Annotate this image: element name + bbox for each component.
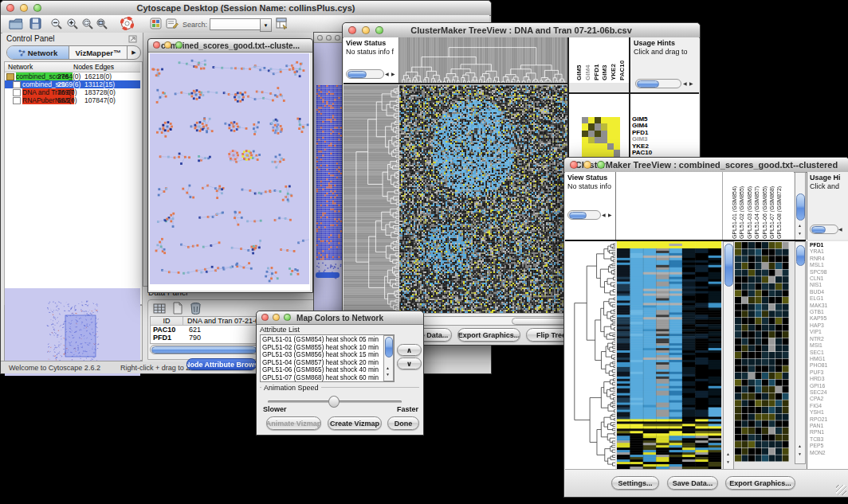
matrix-cell[interactable] <box>607 123 614 130</box>
matrix-cell[interactable] <box>595 123 601 130</box>
gene-label[interactable]: TCB3 <box>810 436 848 443</box>
gene-label[interactable]: HAP3 <box>810 322 848 329</box>
tv2-zoom-scrollbar[interactable]: ▲ ▼ <box>795 241 806 464</box>
matrix-cell[interactable] <box>595 131 601 137</box>
matrix-cell[interactable] <box>607 117 614 123</box>
gene-label[interactable]: PFD1 <box>810 242 848 248</box>
tv2-status-scrollbar[interactable] <box>567 210 601 220</box>
zoom-button[interactable] <box>284 314 291 321</box>
open-folder-icon[interactable] <box>9 18 23 29</box>
matrix-cell[interactable] <box>588 117 595 123</box>
tv1-summary-matrix[interactable] <box>582 117 620 157</box>
gene-label[interactable]: NTR2 <box>810 336 848 342</box>
gene-label[interactable]: RNR4 <box>810 256 848 262</box>
zoom-button[interactable] <box>335 35 340 41</box>
tab-vizmapper[interactable]: VizMapper™ <box>69 46 127 59</box>
attribute-list-item[interactable]: GPL51-06 (GSM865) heat shock 40 min <box>262 366 392 374</box>
zoom-button[interactable] <box>375 26 383 34</box>
close-button[interactable] <box>317 35 323 41</box>
tv1-hscrollbar[interactable] <box>399 316 570 326</box>
matrix-cell[interactable] <box>601 123 607 130</box>
gene-label[interactable]: VIP1 <box>810 329 848 335</box>
gene-label[interactable]: YRA1 <box>810 248 848 255</box>
matrix-cell[interactable] <box>588 143 595 150</box>
column-header[interactable]: Nodes <box>73 63 93 71</box>
tv2-hints-scrollbar[interactable] <box>810 225 838 234</box>
matrix-cell[interactable] <box>614 150 620 156</box>
matrix-cell[interactable] <box>595 150 601 156</box>
close-button[interactable] <box>348 26 356 34</box>
annotation-icon[interactable] <box>166 18 179 29</box>
gene-label[interactable]: FIG4 <box>810 403 848 409</box>
tv2-zoom-heatmap[interactable] <box>735 242 789 462</box>
scroll-left-icon[interactable]: ◀ <box>385 71 389 77</box>
gene-label[interactable]: HMG1 <box>810 356 848 362</box>
minimize-button[interactable] <box>164 41 171 49</box>
gene-label[interactable]: ELG1 <box>810 295 848 302</box>
close-button[interactable] <box>153 41 160 49</box>
minimize-button[interactable] <box>326 35 332 41</box>
table-mode-icon[interactable] <box>153 303 167 315</box>
matrix-cell[interactable] <box>614 137 620 143</box>
matrix-cell[interactable] <box>601 131 607 137</box>
help-lifesaver-icon[interactable] <box>120 17 134 30</box>
matrix-cell[interactable] <box>601 150 607 156</box>
scroll-right-icon[interactable]: ▶ <box>689 80 693 87</box>
matrix-cell[interactable] <box>601 117 607 123</box>
column-header[interactable]: Network <box>8 63 33 71</box>
matrix-cell[interactable] <box>614 143 620 150</box>
attribute-list-item[interactable]: GPL51-03 (GSM856) heat shock 15 min <box>262 351 392 359</box>
matrix-cell[interactable] <box>582 117 588 123</box>
matrix-cell[interactable] <box>614 117 620 123</box>
network-table-row[interactable]: DNA and Tran 07769(0)183728(0) <box>5 88 140 96</box>
search-input[interactable] <box>210 18 261 30</box>
gene-label[interactable]: GTB1 <box>810 309 848 315</box>
tv2-gene-list[interactable]: PFD1YRA1RNR4MSL1SPC98CLN1NIS1BUD4ELG1MAK… <box>807 241 848 469</box>
node-attribute-browser-tab[interactable]: Node Attribute Brows <box>186 358 257 370</box>
zoom-button[interactable] <box>175 41 183 49</box>
matrix-cell[interactable] <box>607 150 614 156</box>
tv1-hints-scrollbar[interactable] <box>635 79 681 88</box>
gene-label[interactable]: SEC24 <box>810 389 848 396</box>
matrix-cell[interactable] <box>582 150 588 156</box>
gene-label[interactable]: YSH1 <box>810 409 848 416</box>
matrix-cell[interactable] <box>595 117 601 123</box>
tv2-heatmap[interactable] <box>617 241 721 469</box>
import-table-icon[interactable] <box>276 18 289 29</box>
zoom-button[interactable] <box>33 4 41 12</box>
minimize-button[interactable] <box>273 314 280 321</box>
attribute-list-item[interactable]: GPL51-02 (GSM855) heat shock 10 min <box>262 344 392 352</box>
done-button[interactable]: Done <box>387 416 419 430</box>
matrix-cell[interactable] <box>595 137 601 143</box>
delete-attribute-icon[interactable] <box>190 302 202 315</box>
new-attribute-icon[interactable] <box>172 302 183 315</box>
close-button[interactable] <box>570 161 578 169</box>
attribute-list[interactable]: GPL51-01 (GSM854) heat shock 05 minGPL51… <box>260 334 395 382</box>
gene-label[interactable]: MAK31 <box>810 303 848 309</box>
move-down-button[interactable]: ∨ <box>397 357 422 369</box>
tv2-row-dendrogram[interactable] <box>565 241 615 469</box>
matrix-cell[interactable] <box>582 137 588 143</box>
zoom-button[interactable] <box>597 161 605 169</box>
tab-network[interactable]: Network <box>7 46 69 59</box>
close-button[interactable] <box>261 314 269 321</box>
zoom-selected-icon[interactable] <box>96 18 108 30</box>
network-table-row[interactable]: RNAPuberNov2+563(0)107847(0) <box>5 96 140 104</box>
gene-label[interactable]: SEC1 <box>810 350 848 356</box>
zoom-fit-icon[interactable] <box>81 18 94 30</box>
gene-label[interactable]: BUD4 <box>810 289 848 295</box>
scroll-left-icon[interactable]: ◀ <box>838 226 842 232</box>
matrix-cell[interactable] <box>588 150 595 156</box>
minimize-button[interactable] <box>20 4 28 12</box>
scroll-left-icon[interactable]: ◀ <box>602 212 606 218</box>
tv1-column-dendrogram[interactable] <box>399 37 567 83</box>
matrix-cell[interactable] <box>614 123 620 130</box>
matrix-cell[interactable] <box>607 137 614 143</box>
gene-label[interactable]: KAP95 <box>810 315 848 322</box>
create-vizmap-button[interactable]: Create Vizmap <box>328 416 382 430</box>
network-table-row[interactable]: combined_scores_2764(0)16218(0) <box>5 72 140 80</box>
scroll-right-icon[interactable]: ▶ <box>391 71 395 77</box>
network-canvas[interactable] <box>150 53 309 284</box>
gene-label[interactable]: GPI16 <box>810 383 848 389</box>
zoom-out-icon[interactable] <box>50 18 63 30</box>
